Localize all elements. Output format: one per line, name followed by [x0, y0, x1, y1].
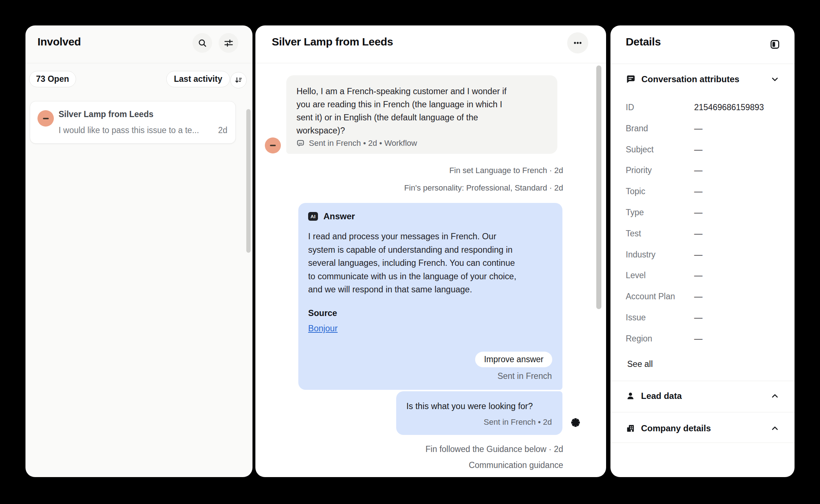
details-panel: Details Conversation attributes [610, 25, 795, 477]
customer-avatar [37, 110, 54, 127]
attribute-label: Brand [626, 124, 694, 134]
ai-answer-meta: Sent in French [497, 371, 552, 381]
section-divider [610, 412, 795, 412]
attribute-label: Subject [626, 145, 694, 155]
attribute-label: Type [626, 208, 694, 218]
fin-ai-logo-icon [567, 414, 584, 431]
attribute-row[interactable]: Type — [626, 208, 779, 218]
details-title: Details [626, 36, 661, 48]
attribute-value: — [694, 165, 702, 176]
attribute-value: — [694, 229, 702, 239]
ai-answer-header: AI Answer [308, 211, 355, 221]
attribute-label: Topic [626, 187, 694, 197]
details-header-divider [610, 64, 795, 64]
conversation-attributes-icon [626, 74, 636, 84]
attribute-row[interactable]: Priority — [626, 165, 779, 176]
event-language-set: Fin set Language to French · 2d [449, 166, 563, 175]
inbox-scrollbar[interactable] [246, 109, 251, 253]
open-count-filter[interactable]: 73 Open [29, 71, 76, 87]
customer-message-meta-row: Sent in French • 2d • Workflow [296, 139, 417, 148]
conversation-panel: Silver Lamp from Leeds Hello, I am a Fre… [255, 25, 606, 477]
see-all-link[interactable]: See all [627, 359, 653, 369]
event-guidance-followed: Fin followed the Guidance below · 2d [426, 444, 563, 454]
attribute-row[interactable]: Subject — [626, 145, 779, 155]
attribute-row[interactable]: Topic — [626, 187, 779, 197]
list-item-preview: I would like to pass this issue to a te.… [59, 125, 199, 135]
building-icon [626, 424, 635, 433]
attribute-row[interactable]: Brand — [626, 124, 779, 134]
list-item-title: Silver Lamp from Leeds [59, 109, 154, 119]
attribute-row[interactable]: Issue — [626, 313, 779, 323]
fin-message-meta: Sent in French • 2d [484, 417, 552, 427]
attribute-label: Region [626, 334, 694, 344]
attribute-row[interactable]: Industry — [626, 250, 779, 260]
attribute-value: — [694, 250, 702, 260]
sort-by-label: Last activity [174, 74, 222, 84]
attribute-label: Test [626, 229, 694, 239]
chat-bubble-icon [296, 139, 304, 147]
source-label: Source [308, 308, 337, 318]
more-ellipsis-icon [573, 38, 583, 48]
attribute-row[interactable]: Level — [626, 271, 779, 281]
conversation-scrollbar[interactable] [596, 65, 601, 309]
inbox-panel: Involved 73 Open [25, 25, 252, 477]
attribute-label: Account Plan [626, 292, 694, 302]
company-details-label: Company details [641, 423, 711, 433]
panel-toggle-icon [770, 39, 780, 49]
attribute-value: — [694, 313, 702, 323]
attribute-label: Priority [626, 165, 694, 176]
attribute-value: — [694, 145, 702, 155]
attribute-label: Industry [626, 250, 694, 260]
attribute-value: — [694, 208, 702, 218]
attribute-label: Issue [626, 313, 694, 323]
fin-message-text: Is this what you were looking for? [406, 401, 533, 411]
ai-answer-bubble: AI Answer I read and process your messag… [298, 203, 562, 390]
sort-descending-icon [234, 76, 243, 84]
source-link[interactable]: Bonjour [308, 324, 338, 333]
lead-data-label: Lead data [641, 391, 682, 401]
filter-button[interactable] [219, 33, 238, 53]
panel-toggle-button[interactable] [770, 39, 780, 49]
ai-answer-body: I read and process your messages in Fren… [308, 230, 516, 296]
sort-by-button[interactable]: Last activity [166, 71, 230, 87]
ai-badge-icon: AI [308, 212, 318, 221]
conversation-attributes-section[interactable]: Conversation attributes [626, 74, 779, 84]
improve-answer-label: Improve answer [484, 355, 544, 364]
attribute-row[interactable]: Region — [626, 334, 779, 344]
filter-sliders-icon [224, 38, 234, 48]
attribute-value: — [694, 334, 702, 344]
fin-message-bubble: Is this what you were looking for? Sent … [396, 391, 562, 435]
conversation-attributes-label: Conversation attributes [641, 74, 739, 84]
section-divider [610, 381, 795, 381]
attribute-label: ID [626, 103, 694, 113]
attribute-row[interactable]: Test — [626, 229, 779, 239]
sort-direction-button[interactable] [230, 72, 247, 88]
open-count-label: 73 Open [36, 74, 69, 84]
inbox-title: Involved [37, 36, 81, 48]
conversation-list-item[interactable]: Silver Lamp from Leeds I would like to p… [30, 101, 236, 144]
anonymous-minus-icon [43, 118, 49, 119]
improve-answer-button[interactable]: Improve answer [475, 352, 552, 367]
attribute-row[interactable]: ID 215469686159893 [626, 103, 779, 113]
search-icon [198, 38, 207, 48]
inbox-header-divider [25, 63, 252, 63]
ai-answer-title: Answer [323, 211, 355, 221]
attribute-value: — [694, 187, 702, 197]
communication-guidance-link[interactable]: Communication guidance [469, 460, 563, 470]
app-window: Involved 73 Open [0, 0, 820, 504]
lead-data-section[interactable]: Lead data [626, 391, 779, 401]
event-fin-personality: Fin's personality: Professional, Standar… [404, 183, 563, 193]
person-icon [626, 391, 635, 401]
list-item-time: 2d [218, 125, 227, 135]
conversation-title: Silver Lamp from Leeds [272, 36, 393, 48]
customer-message-meta: Sent in French • 2d • Workflow [309, 139, 417, 148]
conversation-header-divider [255, 63, 606, 63]
search-button[interactable] [192, 33, 212, 53]
chevron-up-icon [771, 392, 779, 400]
attribute-row[interactable]: Account Plan — [626, 292, 779, 302]
attribute-value: — [694, 271, 702, 281]
company-details-section[interactable]: Company details [626, 423, 779, 433]
section-divider [610, 443, 795, 443]
more-options-button[interactable] [567, 32, 588, 53]
chevron-down-icon [771, 75, 779, 84]
